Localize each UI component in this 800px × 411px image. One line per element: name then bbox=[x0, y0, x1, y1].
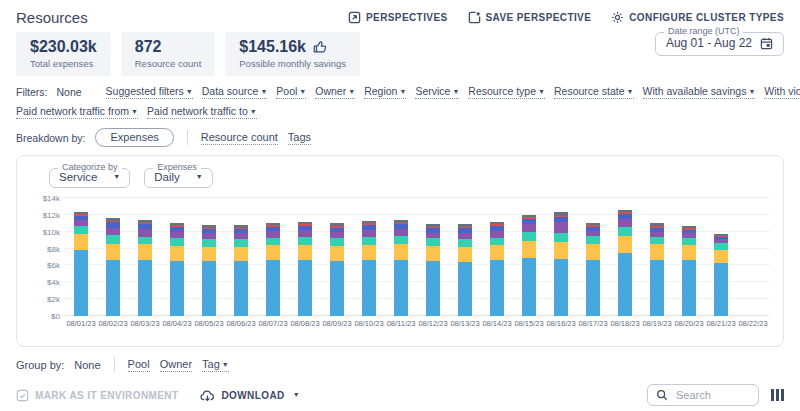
stacked-bar-08-09-23[interactable] bbox=[330, 223, 344, 316]
y-tick-label: $2k bbox=[47, 295, 60, 304]
y-tick-label: $6k bbox=[47, 261, 60, 270]
possible-savings-label: Possible monthly savings bbox=[239, 58, 346, 69]
cloud-download-icon bbox=[200, 389, 215, 402]
groupby-divider bbox=[114, 357, 115, 372]
filter-with-violated-constraints[interactable]: With violated constraints▼ bbox=[764, 85, 800, 99]
teal-segment bbox=[586, 236, 600, 244]
teal-segment bbox=[714, 243, 728, 251]
mark-it-environment-button[interactable]: MARK AS IT ENVIRONMENT bbox=[16, 389, 178, 402]
x-tick-label: 08/18/23 bbox=[609, 319, 641, 328]
sky-blue-segment bbox=[394, 260, 408, 316]
perspectives-button[interactable]: PERSPECTIVES bbox=[348, 11, 448, 24]
chevron-down-icon: ▼ bbox=[627, 88, 634, 95]
filter-service[interactable]: Service▼ bbox=[415, 85, 459, 99]
stacked-bar-08-20-23[interactable] bbox=[682, 226, 696, 316]
column-settings-icon[interactable] bbox=[771, 389, 784, 401]
filters-row-1: Filters: None Suggested filters▼Data sou… bbox=[16, 84, 784, 99]
configure-cluster-types-button[interactable]: CONFIGURE CLUSTER TYPES bbox=[611, 11, 784, 24]
categorize-by-select[interactable]: Categorize by Service ▼ bbox=[49, 168, 130, 188]
stacked-bar-08-14-23[interactable] bbox=[490, 222, 504, 316]
stacked-bar-08-17-23[interactable] bbox=[586, 223, 600, 316]
chevron-down-icon: ▼ bbox=[260, 88, 267, 95]
x-tick-label: 08/11/23 bbox=[385, 319, 417, 328]
save-perspective-button[interactable]: SAVE PERSPECTIVE bbox=[468, 11, 592, 24]
filter-with-available-savings[interactable]: With available savings▼ bbox=[643, 85, 756, 99]
sky-blue-segment bbox=[74, 250, 88, 316]
search-input[interactable] bbox=[674, 388, 750, 402]
expenses-granularity-select[interactable]: Expenses Daily ▼ bbox=[144, 168, 213, 188]
breakdown-tab-tags[interactable]: Tags bbox=[288, 131, 311, 145]
teal-segment bbox=[74, 226, 88, 234]
groupby-owner[interactable]: Owner bbox=[160, 358, 192, 372]
stacked-bar-08-03-23[interactable] bbox=[138, 220, 152, 316]
chevron-down-icon: ▼ bbox=[293, 391, 300, 398]
stacked-bar-08-02-23[interactable] bbox=[106, 218, 120, 316]
filter-region[interactable]: Region▼ bbox=[364, 85, 406, 99]
amber-segment bbox=[714, 250, 728, 263]
stacked-bar-08-04-23[interactable] bbox=[170, 223, 184, 316]
filter-paid-network-traffic-to[interactable]: Paid network traffic to▼ bbox=[147, 105, 257, 119]
stacked-bar-08-06-23[interactable] bbox=[234, 225, 248, 316]
stacked-bar-08-11-23[interactable] bbox=[394, 220, 408, 316]
date-range-picker[interactable]: Date range (UTC) Aug 01 - Aug 22 bbox=[655, 32, 784, 56]
sky-blue-segment bbox=[650, 260, 664, 316]
stacked-bar-08-16-23[interactable] bbox=[554, 212, 568, 316]
stacked-bar-08-07-23[interactable] bbox=[266, 223, 280, 316]
violet-segment bbox=[522, 224, 536, 232]
filter-resource-type[interactable]: Resource type▼ bbox=[468, 85, 545, 99]
stacked-bar-08-10-23[interactable] bbox=[362, 221, 376, 316]
stacked-bar-08-19-23[interactable] bbox=[650, 223, 664, 316]
groupby-row: Group by: None PoolOwnerTag▼ bbox=[0, 347, 800, 372]
filter-paid-network-traffic-from[interactable]: Paid network traffic from▼ bbox=[16, 105, 138, 119]
amber-segment bbox=[202, 247, 216, 261]
summary-cards: $230.03k Total expenses 872 Resource cou… bbox=[16, 32, 360, 76]
breakdown-tab-resource-count[interactable]: Resource count bbox=[201, 131, 278, 145]
gear-icon bbox=[611, 11, 624, 24]
teal-segment bbox=[106, 235, 120, 243]
groupby-tag[interactable]: Tag▼ bbox=[202, 358, 229, 372]
amber-segment bbox=[618, 236, 632, 253]
teal-segment bbox=[170, 238, 184, 246]
teal-segment bbox=[330, 238, 344, 246]
summary-row: $230.03k Total expenses 872 Resource cou… bbox=[0, 28, 800, 76]
stacked-bar-08-21-23[interactable] bbox=[714, 234, 728, 316]
chevron-down-icon: ▼ bbox=[299, 88, 306, 95]
x-tick-label: 08/10/23 bbox=[353, 319, 385, 328]
x-tick-label: 08/04/23 bbox=[161, 319, 193, 328]
x-tick-label: 08/22/23 bbox=[737, 319, 769, 328]
calendar-icon bbox=[760, 37, 773, 50]
teal-segment bbox=[426, 238, 440, 246]
y-tick-label: $12k bbox=[43, 210, 60, 219]
stacked-bar-08-12-23[interactable] bbox=[426, 224, 440, 316]
breakdown-divider bbox=[187, 130, 188, 145]
stacked-bar-08-08-23[interactable] bbox=[298, 222, 312, 316]
x-tick-label: 08/06/23 bbox=[225, 319, 257, 328]
stacked-bar-08-18-23[interactable] bbox=[618, 210, 632, 316]
groupby-pool[interactable]: Pool bbox=[128, 358, 150, 372]
chevron-down-icon: ▼ bbox=[113, 173, 120, 180]
violet-segment bbox=[170, 232, 184, 239]
stacked-bar-08-05-23[interactable] bbox=[202, 225, 216, 316]
teal-segment bbox=[554, 233, 568, 242]
stacked-bar-08-15-23[interactable] bbox=[522, 215, 536, 316]
download-button[interactable]: DOWNLOAD ▼ bbox=[200, 389, 300, 402]
stacked-bar-chart: $0$2k$4k$6k$8k$10k$12k$14k bbox=[31, 198, 769, 316]
top-bar: Resources PERSPECTIVES SAVE PERSPECTIVE bbox=[0, 0, 800, 28]
stacked-bar-08-13-23[interactable] bbox=[458, 224, 472, 316]
x-tick-label: 08/17/23 bbox=[577, 319, 609, 328]
stacked-bar-08-01-23[interactable] bbox=[74, 212, 88, 316]
resource-count-value: 872 bbox=[135, 38, 202, 56]
filter-owner[interactable]: Owner▼ bbox=[315, 85, 355, 99]
y-tick-label: $14k bbox=[43, 194, 60, 203]
chevron-down-icon: ▼ bbox=[399, 88, 406, 95]
filter-suggested-filters[interactable]: Suggested filters▼ bbox=[106, 85, 193, 99]
filter-pool[interactable]: Pool▼ bbox=[276, 85, 306, 99]
filter-data-source[interactable]: Data source▼ bbox=[202, 85, 268, 99]
x-tick-label: 08/19/23 bbox=[641, 319, 673, 328]
groupby-none: None bbox=[74, 359, 100, 371]
resource-count-label: Resource count bbox=[135, 58, 202, 69]
teal-segment bbox=[650, 237, 664, 245]
breakdown-tab-expenses[interactable]: Expenses bbox=[95, 128, 173, 147]
filter-resource-state[interactable]: Resource state▼ bbox=[554, 85, 634, 99]
filters-row-2: Paid network traffic from▼Paid network t… bbox=[16, 105, 784, 119]
